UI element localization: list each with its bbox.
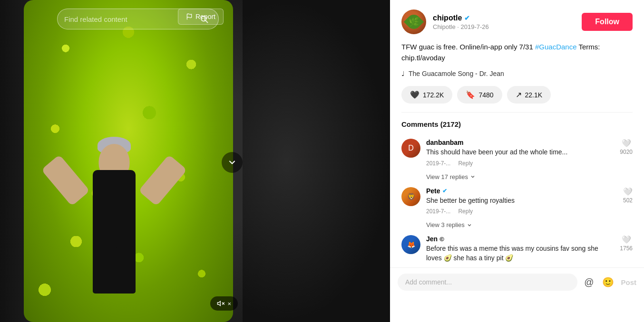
like-count-2: 502 xyxy=(623,197,633,204)
username-text: chipotle xyxy=(433,14,462,22)
comment-item-3: 🦊 Jen © Before this was a meme this was … xyxy=(390,230,644,267)
video-panel: Report × xyxy=(0,0,390,322)
comment-meta-2: 2019-7-... Reply xyxy=(426,208,617,215)
add-comment-bar: @ 🙂 Post xyxy=(390,267,644,296)
commenter-name-3: Jen xyxy=(426,235,438,243)
at-mention-button[interactable]: @ xyxy=(582,275,595,290)
svg-marker-3 xyxy=(218,301,221,305)
comment-reply-2[interactable]: Reply xyxy=(458,208,473,215)
bookmark-icon: 🔖 xyxy=(466,90,475,99)
mute-icon xyxy=(217,300,224,307)
shares-count: 22.1K xyxy=(525,91,543,99)
music-title: The Guacamole Song - Dr. Jean xyxy=(409,70,504,77)
comment-input[interactable] xyxy=(398,274,577,291)
report-label: Report xyxy=(195,13,215,20)
leg-right xyxy=(117,246,133,294)
leg-left xyxy=(100,246,117,294)
comment-text-1: This should have been your ad the whole … xyxy=(426,148,614,157)
dark-right-bg xyxy=(243,0,390,322)
comment-body-3: Jen © Before this was a meme this was my… xyxy=(426,235,614,263)
comment-text-2: She better be getting royalties xyxy=(426,196,617,206)
likes-count: 172.2K xyxy=(423,91,444,99)
comment-date-1: 2019-7-... xyxy=(426,160,450,167)
music-note-icon: ♩ xyxy=(401,70,405,77)
comment-body-1: danbanbam This should have been your ad … xyxy=(426,139,614,167)
commenter-name-1: danbanbam xyxy=(426,139,464,146)
comment-reply-1[interactable]: Reply xyxy=(458,160,473,167)
post-comment-button[interactable]: Post xyxy=(621,278,636,286)
likes-button[interactable]: 🖤 172.2K xyxy=(401,86,452,104)
comment-username-1: danbanbam xyxy=(426,139,614,146)
comment-likes-2: 🤍 502 xyxy=(623,187,633,204)
like-heart-1[interactable]: 🤍 xyxy=(622,139,631,148)
commenter-name-2: Pete xyxy=(426,187,440,195)
hashtag-text: #GuacDance xyxy=(535,43,577,51)
mute-button[interactable]: × xyxy=(210,296,238,311)
avatar: 🌿 xyxy=(401,9,426,34)
info-panel: 🌿 chipotle ✔ Chipotle · 2019-7-26 Follow… xyxy=(390,0,644,322)
comment-avatar-3: 🦊 xyxy=(401,235,420,254)
music-info: ♩ The Guacamole Song - Dr. Jean xyxy=(390,70,644,86)
comment-body-2: Pete ✔ She better be getting royalties 2… xyxy=(426,187,617,215)
verified-badge-2: ✔ xyxy=(442,188,447,194)
smiley-icon: 🙂 xyxy=(602,277,614,287)
follow-button[interactable]: Follow xyxy=(582,13,633,31)
comment-avatar-1: D xyxy=(401,139,420,158)
post-caption: TFW guac is free. Online/in-app only 7/3… xyxy=(390,42,644,70)
heart-icon: 🖤 xyxy=(410,90,420,99)
shares-button[interactable]: ↗ 22.1K xyxy=(507,86,551,104)
emoji-picker-button[interactable]: 🙂 xyxy=(600,275,616,290)
like-count-3: 1756 xyxy=(620,245,633,252)
comment-likes-3: 🤍 1756 xyxy=(620,235,633,252)
like-heart-2[interactable]: 🤍 xyxy=(623,187,633,196)
chevron-down-button[interactable] xyxy=(222,152,243,173)
report-button[interactable]: Report xyxy=(178,9,224,25)
verified-badge: ✔ xyxy=(464,14,470,22)
mute-x-label: × xyxy=(227,300,231,307)
view-replies-1[interactable]: View 17 replies xyxy=(401,171,644,182)
comment-text-3: Before this was a meme this was my cousi… xyxy=(426,244,614,263)
comment-username-3: Jen © xyxy=(426,235,614,243)
comment-meta-1: 2019-7-... Reply xyxy=(426,160,614,167)
search-input[interactable] xyxy=(64,15,192,23)
emoji-badge-3: © xyxy=(439,236,444,243)
person-figure xyxy=(62,94,166,294)
account-meta: Chipotle · 2019-7-26 xyxy=(433,23,575,30)
comment-item-2: 🦁 Pete ✔ She better be getting royalties… xyxy=(390,182,644,220)
flag-icon xyxy=(186,13,193,20)
like-count-1: 9020 xyxy=(620,149,633,155)
comment-item: D danbanbam This should have been your a… xyxy=(390,134,644,171)
view-replies-label-1: View 17 replies xyxy=(426,173,468,180)
saves-button[interactable]: 🔖 7480 xyxy=(457,86,502,104)
account-info: chipotle ✔ Chipotle · 2019-7-26 xyxy=(433,14,575,30)
chevron-replies-icon-1 xyxy=(470,174,476,180)
account-name: chipotle ✔ xyxy=(433,14,575,22)
comment-date-2: 2019-7-... xyxy=(426,208,450,215)
at-icon: @ xyxy=(584,277,594,287)
comment-username-2: Pete ✔ xyxy=(426,187,617,195)
comment-likes-1: 🤍 9020 xyxy=(620,139,633,155)
view-replies-label-2: View 3 replies xyxy=(426,221,465,228)
saves-count: 7480 xyxy=(478,91,493,99)
chevron-down-icon xyxy=(227,158,237,167)
chevron-replies-icon-2 xyxy=(467,222,472,228)
comment-avatar-2: 🦁 xyxy=(401,187,420,206)
comments-header: Comments (2172) xyxy=(390,113,644,134)
post-header: 🌿 chipotle ✔ Chipotle · 2019-7-26 Follow xyxy=(390,0,644,42)
stats-row: 🖤 172.2K 🔖 7480 ↗ 22.1K xyxy=(390,86,644,112)
like-heart-3[interactable]: 🤍 xyxy=(622,235,631,244)
view-replies-2[interactable]: View 3 replies xyxy=(401,219,644,230)
share-icon: ↗ xyxy=(516,90,522,99)
